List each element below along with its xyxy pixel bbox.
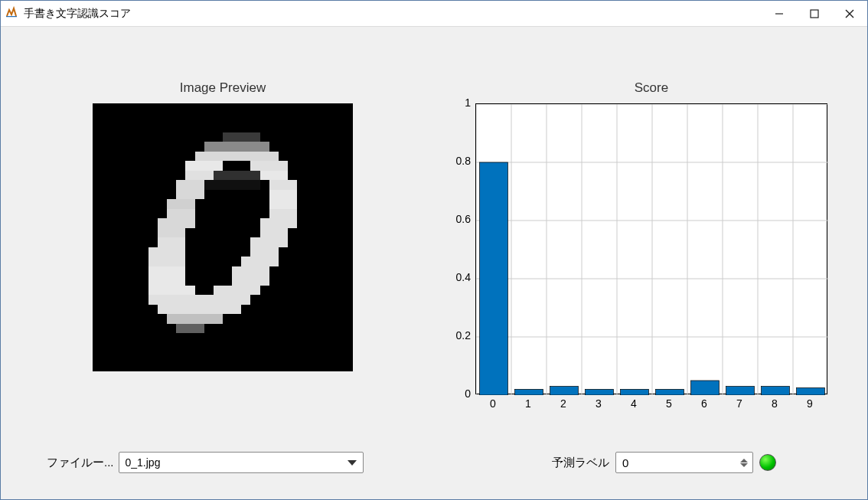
maximize-button[interactable] [797,1,832,26]
xtick-label: 8 [767,397,782,410]
svg-rect-15 [269,180,297,190]
bar-2 [550,387,579,395]
app-window: 手書き文字認識スコア Image Preview [0,0,868,500]
prediction-label: 予測ラベル [552,456,609,470]
window-title: 手書き文字認識スコア [24,7,131,21]
xtick-label: 4 [626,397,641,410]
svg-rect-30 [148,257,186,266]
xtick-label: 0 [485,397,501,410]
prediction-value: 0 [622,456,628,469]
svg-rect-29 [250,247,278,257]
close-button[interactable] [832,1,867,26]
score-title: Score [475,80,827,96]
svg-rect-26 [158,237,185,247]
ytick-label: 0.6 [445,213,471,225]
prediction-row: 予測ラベル 0 [552,452,776,473]
svg-rect-1 [6,16,17,17]
image-preview [93,103,353,371]
file-select-label: ファイルー... [47,456,114,470]
svg-rect-45 [185,257,232,286]
svg-rect-8 [204,142,269,152]
bar-6 [691,381,720,395]
minimize-button[interactable] [762,1,797,26]
svg-rect-34 [148,276,186,286]
svg-rect-39 [158,305,241,315]
app-icon [5,5,19,22]
ytick-label: 1 [445,96,471,109]
xtick-label: 9 [802,397,817,410]
ytick-label: 0.2 [445,329,471,342]
bar-7 [726,387,755,395]
file-select-row: ファイルー... 0_1.jpg [47,452,364,473]
xtick-label: 2 [556,397,571,410]
svg-rect-31 [241,257,279,266]
svg-rect-33 [232,266,269,276]
ytick-label: 0.4 [445,271,471,283]
image-preview-title: Image Preview [47,80,399,96]
svg-rect-16 [176,190,204,200]
svg-rect-28 [148,247,186,257]
svg-rect-24 [158,228,185,238]
ytick-label: 0.8 [445,155,471,167]
svg-rect-44 [195,218,251,257]
svg-rect-14 [176,180,204,190]
xtick-label: 6 [697,397,712,410]
bar-0 [480,162,508,395]
score-panel: Score 00.20.40.60.81 0123456789 [445,80,827,394]
svg-rect-36 [148,286,195,296]
svg-rect-37 [214,286,260,296]
xtick-label: 3 [591,397,606,410]
svg-rect-23 [260,218,298,228]
file-select-dropdown[interactable]: 0_1.jpg [119,452,364,473]
svg-rect-11 [250,161,288,171]
svg-rect-42 [214,171,260,181]
svg-rect-7 [223,132,260,142]
svg-rect-13 [260,171,288,181]
bar-1 [515,389,543,395]
xtick-label: 7 [732,397,747,410]
bar-8 [762,387,790,395]
svg-rect-43 [204,180,260,190]
svg-rect-27 [250,237,288,247]
svg-rect-10 [185,161,223,171]
svg-rect-18 [167,199,194,209]
chevron-down-icon [348,460,357,466]
ytick-label: 0 [445,387,471,400]
score-chart: 00.20.40.60.81 0123456789 [445,103,827,394]
titlebar: 手書き文字認識スコア [1,1,867,27]
svg-rect-40 [167,314,223,324]
image-preview-panel: Image Preview [47,80,399,371]
svg-rect-20 [167,209,194,219]
svg-rect-32 [148,266,186,276]
file-select-value: 0_1.jpg [126,456,161,469]
xtick-label: 5 [661,397,677,410]
spinner-arrows-icon [740,459,751,467]
svg-rect-9 [195,152,279,162]
svg-rect-3 [811,10,818,18]
svg-rect-19 [269,199,297,209]
content-area: Image Preview [1,27,867,499]
bar-4 [621,389,649,395]
svg-rect-41 [176,324,204,334]
svg-rect-25 [260,228,288,238]
svg-rect-38 [148,295,251,305]
svg-rect-21 [269,209,297,219]
xtick-label: 1 [520,397,536,410]
status-lamp [759,454,776,471]
svg-rect-12 [185,171,213,181]
bar-3 [586,389,614,395]
svg-rect-22 [158,218,195,228]
prediction-spinner[interactable]: 0 [615,452,753,473]
bar-9 [797,388,825,396]
svg-rect-17 [269,190,297,200]
bar-5 [656,389,684,395]
